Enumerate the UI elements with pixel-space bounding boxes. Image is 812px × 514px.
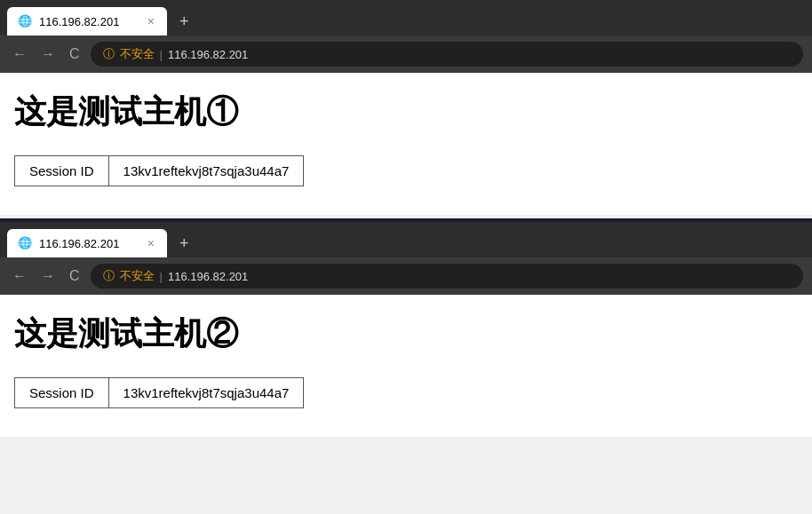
insecure-label-1: 不安全 xyxy=(120,46,155,62)
new-tab-button-2[interactable]: + xyxy=(174,233,195,255)
url-separator-2: | xyxy=(160,270,163,283)
new-tab-button-1[interactable]: + xyxy=(174,11,195,33)
reload-button-1[interactable]: C xyxy=(66,44,84,64)
tab-title-2: 116.196.82.201 xyxy=(39,237,139,250)
address-bar-1: ← → C ⓘ 不安全 | 116.196.82.201 xyxy=(0,36,812,73)
tab-title-1: 116.196.82.201 xyxy=(39,15,139,28)
url-separator-1: | xyxy=(160,48,163,61)
forward-button-2[interactable]: → xyxy=(37,266,59,286)
browser-chrome-2: 🌐 116.196.82.201 × + ← → C ⓘ 不安全 | 116.1… xyxy=(0,222,812,295)
page-title-2: 这是测试主机② xyxy=(14,312,798,356)
address-bar-2: ← → C ⓘ 不安全 | 116.196.82.201 xyxy=(0,257,812,295)
tab-bar-2: 🌐 116.196.82.201 × + xyxy=(0,222,812,257)
active-tab-1[interactable]: 🌐 116.196.82.201 × xyxy=(7,7,167,36)
tab-close-1[interactable]: × xyxy=(146,14,156,28)
tab-bar-1: 🌐 116.196.82.201 × + xyxy=(0,0,812,36)
session-table-1: Session ID 13kv1reftekvj8t7sqja3u44a7 xyxy=(14,155,304,186)
session-id-value-1: 13kv1reftekvj8t7sqja3u44a7 xyxy=(108,156,304,186)
tab-favicon-1: 🌐 xyxy=(18,14,32,28)
page-title-1: 这是测试主机① xyxy=(14,91,798,134)
reload-button-2[interactable]: C xyxy=(66,266,84,286)
browser-window-1: 🌐 116.196.82.201 × + ← → C ⓘ 不安全 | 116.1… xyxy=(0,0,812,215)
url-bar-2[interactable]: ⓘ 不安全 | 116.196.82.201 xyxy=(91,264,803,289)
tab-favicon-2: 🌐 xyxy=(18,236,32,250)
active-tab-2[interactable]: 🌐 116.196.82.201 × xyxy=(7,229,167,257)
security-icon-1: ⓘ xyxy=(103,46,115,62)
forward-button-1[interactable]: → xyxy=(37,44,59,64)
session-table-2: Session ID 13kv1reftekvj8t7sqja3u44a7 xyxy=(14,377,304,408)
session-id-label-1: Session ID xyxy=(15,156,109,186)
session-id-label-2: Session ID xyxy=(15,378,109,408)
back-button-2[interactable]: ← xyxy=(9,266,30,286)
insecure-label-2: 不安全 xyxy=(120,268,155,284)
url-text-2: 116.196.82.201 xyxy=(168,270,248,283)
security-icon-2: ⓘ xyxy=(103,268,115,284)
url-bar-1[interactable]: ⓘ 不安全 | 116.196.82.201 xyxy=(91,42,803,67)
tab-close-2[interactable]: × xyxy=(146,236,156,250)
back-button-1[interactable]: ← xyxy=(9,44,30,64)
page-content-1: 这是测试主机① Session ID 13kv1reftekvj8t7sqja3… xyxy=(0,73,812,215)
page-content-2: 这是测试主机② Session ID 13kv1reftekvj8t7sqja3… xyxy=(0,295,812,437)
browser-window-2: 🌐 116.196.82.201 × + ← → C ⓘ 不安全 | 116.1… xyxy=(0,222,812,437)
session-id-value-2: 13kv1reftekvj8t7sqja3u44a7 xyxy=(108,378,304,408)
url-text-1: 116.196.82.201 xyxy=(168,48,248,61)
browser-chrome-1: 🌐 116.196.82.201 × + ← → C ⓘ 不安全 | 116.1… xyxy=(0,0,812,73)
